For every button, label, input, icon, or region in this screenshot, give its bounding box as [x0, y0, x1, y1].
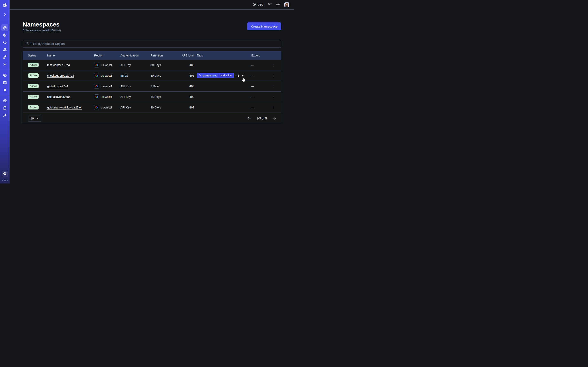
namespace-link[interactable]: quickstart-workflows.a27a4: [47, 106, 82, 109]
retention-value: 30 Days: [150, 63, 174, 67]
credit-card-icon: [3, 81, 7, 85]
namespace-link[interactable]: checkout-prod.a27a4: [47, 74, 74, 77]
clock-icon: [252, 3, 256, 7]
export-value: —: [251, 85, 268, 88]
gcp-region-icon: [94, 84, 99, 89]
table-row: Active quickstart-workflows.a27a4 us-wes…: [23, 102, 281, 113]
sidebar-item-namespaces[interactable]: [1, 24, 8, 31]
book-sparkle-icon: [3, 106, 7, 110]
topbar: UTC: [9, 0, 294, 9]
sidebar-item-schedules[interactable]: [1, 39, 8, 46]
row-menu-button[interactable]: [271, 73, 277, 79]
row-menu-button[interactable]: [271, 104, 277, 110]
sun-icon: [276, 2, 280, 7]
tag-key: environment: [203, 74, 217, 77]
labs-toggle[interactable]: [268, 2, 272, 7]
rocket-icon: [3, 113, 7, 117]
col-authentication: Authentication: [121, 54, 150, 57]
sidebar-divider: [0, 70, 9, 70]
namespace-link[interactable]: sdk-failover.a27a4: [47, 95, 70, 99]
col-name: Name: [47, 54, 94, 57]
namespace-link[interactable]: test-worker.a27a4: [47, 63, 70, 67]
row-menu-button[interactable]: [271, 62, 277, 68]
sidebar-item-docs[interactable]: [1, 105, 8, 111]
sidebar-divider: [0, 95, 9, 95]
tag-icon: [199, 74, 201, 77]
gcp-region-icon: [94, 73, 99, 78]
sidebar-item-settings[interactable]: [1, 86, 8, 93]
sidebar-expand-button[interactable]: [1, 11, 8, 18]
sidebar-item-getting-started[interactable]: [1, 112, 8, 119]
sidebar-item-billing[interactable]: [1, 79, 8, 86]
region-label: us-west1: [101, 95, 112, 99]
aps-value: 400: [174, 95, 194, 99]
auth-value: mTLS: [121, 74, 150, 77]
row-menu-button[interactable]: [271, 94, 277, 100]
aps-value: 400: [174, 74, 194, 77]
status-badge: Active: [28, 63, 39, 67]
gcp-region-icon: [94, 94, 99, 99]
auth-value: API Key: [121, 106, 150, 109]
create-namespace-button[interactable]: Create Namespace: [247, 22, 281, 30]
filter-bar: [23, 40, 281, 48]
page-title: Namespaces: [23, 21, 61, 28]
user-avatar[interactable]: [284, 2, 289, 7]
layers-icon: [3, 48, 7, 52]
tag-more-count: +1: [236, 74, 239, 77]
filter-input[interactable]: [31, 42, 279, 45]
gcp-region-icon: [94, 63, 99, 67]
glasses-icon: [268, 2, 272, 7]
table-row: Active checkout-prod.a27a4 us-west1 mTLS: [23, 70, 281, 81]
cube-icon: [3, 26, 7, 30]
sidebar-item-usage[interactable]: [1, 72, 8, 79]
aps-value: 400: [174, 63, 194, 67]
pagination-range: 1-5 of 5: [256, 117, 267, 120]
tag-pill[interactable]: environment production: [197, 73, 234, 78]
export-value: —: [251, 74, 268, 77]
col-aps-limit: APS Limit: [174, 54, 194, 57]
sidebar-item-nexus[interactable]: [1, 61, 8, 68]
prev-page-button[interactable]: [247, 116, 251, 120]
timezone-label: UTC: [258, 3, 263, 6]
sidebar-item-support[interactable]: [1, 97, 8, 104]
region-label: us-west1: [101, 85, 112, 88]
aps-value: 400: [174, 106, 194, 109]
tag-value: production: [218, 74, 233, 77]
col-retention: Retention: [150, 54, 174, 57]
sidebar: $ 2.35.1: [0, 0, 9, 184]
export-value: —: [251, 63, 268, 67]
gcp-region-icon: [94, 105, 99, 110]
sidebar-item-batch[interactable]: [1, 46, 8, 53]
timezone-selector[interactable]: UTC: [252, 3, 263, 7]
region-label: us-west1: [101, 74, 112, 77]
auth-value: API Key: [121, 63, 150, 67]
tags-cell: environment production +1: [194, 73, 251, 78]
tags-expand-chevron-icon[interactable]: [241, 74, 244, 77]
status-badge: Active: [28, 84, 39, 88]
export-value: —: [251, 106, 268, 109]
retention-value: 14 Days: [150, 95, 174, 99]
namespace-link[interactable]: globalizer.a27a4: [47, 85, 68, 88]
row-menu-button[interactable]: [271, 83, 277, 89]
auth-value: API Key: [121, 95, 150, 99]
namespaces-table: Status Name Region Authentication Retent…: [23, 51, 281, 124]
asterisk-icon: [3, 62, 7, 67]
page-size-select[interactable]: 10: [28, 115, 41, 122]
lifebuoy-icon: [3, 99, 7, 103]
next-page-button[interactable]: [272, 116, 276, 120]
status-badge: Active: [28, 95, 39, 99]
page-subtitle: 5 Namespaces created (100 limit): [23, 29, 61, 32]
status-badge: Active: [28, 105, 39, 109]
credits-button[interactable]: $: [2, 171, 8, 177]
retention-value: 7 Days: [150, 85, 174, 88]
table-footer: 10 1-5 of 5: [23, 113, 281, 124]
sidebar-item-workflows[interactable]: [1, 32, 8, 39]
gear-icon: [3, 88, 7, 92]
col-tags: Tags: [194, 54, 251, 57]
timer-icon: [3, 40, 7, 44]
retention-value: 30 Days: [150, 74, 174, 77]
theme-toggle[interactable]: [276, 2, 280, 7]
sidebar-logo[interactable]: [1, 2, 8, 8]
chevron-right-icon: [3, 13, 7, 17]
sidebar-item-deployments[interactable]: [1, 54, 8, 60]
